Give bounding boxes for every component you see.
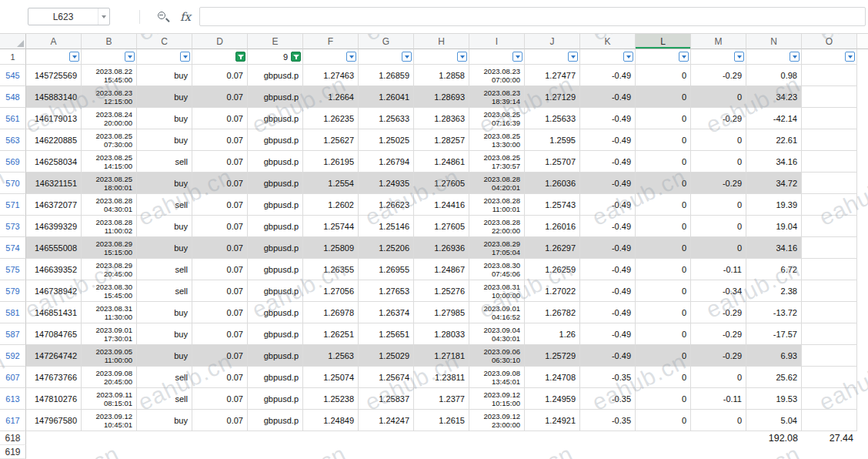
cell-n618[interactable]: 192.08: [746, 431, 802, 445]
cell-l617[interactable]: 0: [636, 410, 691, 431]
cell-f548[interactable]: 1.2664: [303, 86, 359, 108]
cell-b592[interactable]: 2023.09.0511:00:00: [82, 345, 137, 367]
cell-f573[interactable]: 1.25744: [303, 216, 359, 237]
cell-h569[interactable]: 1.24861: [414, 151, 469, 173]
cell-c607[interactable]: sell: [137, 367, 192, 388]
cell-o587[interactable]: [802, 323, 857, 345]
cell-a569[interactable]: 146258034: [26, 151, 82, 173]
cell-c617[interactable]: buy: [137, 410, 192, 431]
cell-d592[interactable]: 0.07: [192, 345, 248, 367]
cell-b571[interactable]: 2023.08.2804:30:01: [82, 194, 137, 216]
cell-b617[interactable]: 2023.09.1210:45:01: [82, 410, 137, 431]
cell-g570[interactable]: 1.24935: [359, 173, 414, 194]
cell-m618[interactable]: [691, 431, 746, 445]
cell-o573[interactable]: [802, 216, 857, 237]
cell-a575[interactable]: 146639352: [26, 259, 82, 280]
cell-j607[interactable]: 1.24708: [525, 367, 580, 388]
row-header-618[interactable]: 618: [0, 431, 26, 445]
filter-dropdown-icon[interactable]: [790, 52, 800, 62]
cell-k581[interactable]: -0.49: [580, 302, 636, 323]
cell-b570[interactable]: 2023.08.2518:00:01: [82, 173, 137, 194]
cell-a613[interactable]: 147810276: [26, 388, 82, 410]
row-header-1[interactable]: 1: [0, 49, 26, 65]
filter-cell-l[interactable]: [636, 49, 691, 65]
cell-c574[interactable]: buy: [137, 237, 192, 259]
cell-g569[interactable]: 1.26794: [359, 151, 414, 173]
cell-f545[interactable]: 1.27463: [303, 65, 359, 86]
column-header-k[interactable]: K: [580, 34, 636, 49]
filter-dropdown-icon[interactable]: [457, 52, 467, 62]
cell-d548[interactable]: 0.07: [192, 86, 248, 108]
cell-m619[interactable]: [691, 445, 746, 459]
cell-h561[interactable]: 1.28363: [414, 108, 469, 129]
column-header-n[interactable]: N: [746, 34, 802, 49]
cell-k579[interactable]: -0.49: [580, 280, 636, 302]
cell-e574[interactable]: gbpusd.p: [248, 237, 303, 259]
cell-l545[interactable]: 0: [636, 65, 691, 86]
cell-b563[interactable]: 2023.08.2507:30:00: [82, 129, 137, 151]
cell-n619[interactable]: [746, 445, 802, 459]
filter-dropdown-icon[interactable]: [679, 52, 689, 62]
cell-o545[interactable]: [802, 65, 857, 86]
cell-c592[interactable]: buy: [137, 345, 192, 367]
cell-l579[interactable]: 0: [636, 280, 691, 302]
cell-i561[interactable]: 2023.08.2507:16:39: [469, 108, 525, 129]
cell-a561[interactable]: 146179013: [26, 108, 82, 129]
cell-d618[interactable]: [192, 431, 248, 445]
cell-c569[interactable]: sell: [137, 151, 192, 173]
cell-e563[interactable]: gbpusd.p: [248, 129, 303, 151]
cell-j563[interactable]: 1.2595: [525, 129, 580, 151]
cell-f563[interactable]: 1.25627: [303, 129, 359, 151]
cell-d563[interactable]: 0.07: [192, 129, 248, 151]
cell-o607[interactable]: [802, 367, 857, 388]
cell-m545[interactable]: -0.29: [691, 65, 746, 86]
cell-f607[interactable]: 1.25074: [303, 367, 359, 388]
cell-n574[interactable]: 34.16: [746, 237, 802, 259]
cell-h563[interactable]: 1.28257: [414, 129, 469, 151]
cell-n581[interactable]: -13.72: [746, 302, 802, 323]
cell-e618[interactable]: [248, 431, 303, 445]
cell-n613[interactable]: 19.53: [746, 388, 802, 410]
cell-i618[interactable]: [469, 431, 525, 445]
cell-k571[interactable]: -0.49: [580, 194, 636, 216]
cell-f571[interactable]: 1.2602: [303, 194, 359, 216]
cell-e581[interactable]: gbpusd.p: [248, 302, 303, 323]
cell-o618[interactable]: 27.44: [802, 431, 857, 445]
column-header-f[interactable]: F: [303, 34, 359, 49]
cell-g575[interactable]: 1.26955: [359, 259, 414, 280]
row-header-571[interactable]: 571: [0, 194, 26, 216]
cell-g579[interactable]: 1.27653: [359, 280, 414, 302]
cell-i587[interactable]: 2023.09.0404:30:01: [469, 323, 525, 345]
row-header-574[interactable]: 574: [0, 237, 26, 259]
cell-l573[interactable]: 0: [636, 216, 691, 237]
cell-j570[interactable]: 1.26036: [525, 173, 580, 194]
row-header-548[interactable]: 548: [0, 86, 26, 108]
row-header-579[interactable]: 579: [0, 280, 26, 302]
cell-a545[interactable]: 145725569: [26, 65, 82, 86]
cell-i548[interactable]: 2023.08.2318:39:14: [469, 86, 525, 108]
cell-k613[interactable]: -0.35: [580, 388, 636, 410]
cell-l570[interactable]: 0: [636, 173, 691, 194]
column-header-d[interactable]: D: [192, 34, 248, 49]
filter-funnel-icon[interactable]: [235, 52, 245, 62]
cell-b573[interactable]: 2023.08.2811:00:02: [82, 216, 137, 237]
cell-g573[interactable]: 1.25146: [359, 216, 414, 237]
cell-g545[interactable]: 1.26859: [359, 65, 414, 86]
cell-l613[interactable]: 0: [636, 388, 691, 410]
cell-b579[interactable]: 2023.08.3015:45:00: [82, 280, 137, 302]
cell-d617[interactable]: 0.07: [192, 410, 248, 431]
cell-e575[interactable]: gbpusd.p: [248, 259, 303, 280]
cell-a617[interactable]: 147967580: [26, 410, 82, 431]
filter-dropdown-icon[interactable]: [402, 52, 412, 62]
cell-g571[interactable]: 1.26623: [359, 194, 414, 216]
cell-e613[interactable]: gbpusd.p: [248, 388, 303, 410]
cell-j561[interactable]: 1.25633: [525, 108, 580, 129]
filter-dropdown-icon[interactable]: [512, 52, 522, 62]
cell-c561[interactable]: buy: [137, 108, 192, 129]
name-box-dropdown-icon[interactable]: [98, 8, 109, 25]
cell-m617[interactable]: 0: [691, 410, 746, 431]
filter-cell-e[interactable]: 9: [248, 49, 303, 65]
cell-d569[interactable]: 0.07: [192, 151, 248, 173]
cell-d561[interactable]: 0.07: [192, 108, 248, 129]
cell-i607[interactable]: 2023.09.0813:45:01: [469, 367, 525, 388]
